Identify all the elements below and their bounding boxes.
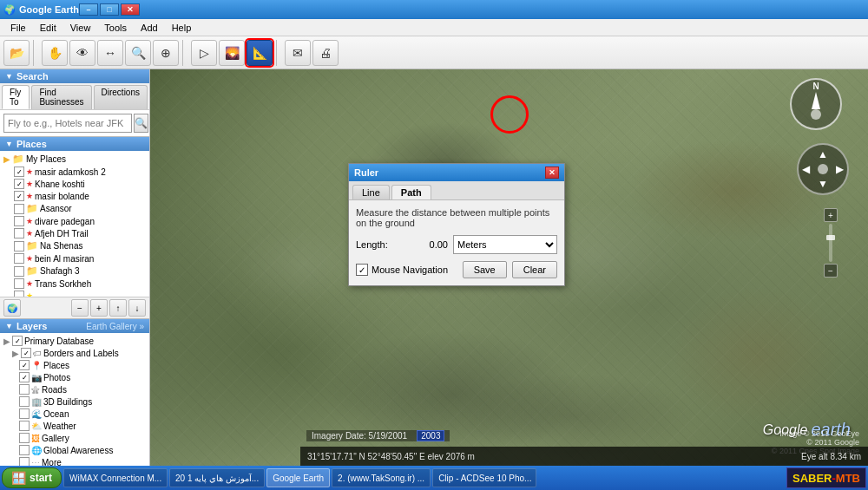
- list-item[interactable]: ★: [0, 290, 149, 297]
- taskbar-item-googleearth[interactable]: Google Earth: [266, 468, 330, 487]
- list-item[interactable]: ✓ ★ masir bolande: [0, 190, 149, 202]
- toolbar-hand-btn[interactable]: ✋: [42, 40, 68, 66]
- checkbox[interactable]: [14, 204, 24, 214]
- checkbox[interactable]: [14, 253, 24, 264]
- checkbox[interactable]: [19, 396, 30, 407]
- menu-tools[interactable]: Tools: [97, 21, 134, 35]
- list-item[interactable]: 🏢 3D Buildings: [0, 395, 149, 408]
- checkbox[interactable]: [19, 457, 30, 466]
- maximize-btn[interactable]: □: [100, 3, 119, 16]
- list-item[interactable]: ★ bein Al masiran: [0, 252, 149, 265]
- checkbox[interactable]: [19, 384, 30, 395]
- start-button[interactable]: 🪟 start: [2, 467, 62, 488]
- pan-left-btn[interactable]: ◀: [802, 163, 810, 175]
- menu-edit[interactable]: Edit: [33, 21, 63, 35]
- list-item[interactable]: ★ Trans Sorkheh: [0, 278, 149, 290]
- menu-file[interactable]: File: [3, 21, 33, 35]
- pan-ring[interactable]: ▲ ▼ ◀ ▶: [797, 143, 849, 195]
- checkbox[interactable]: ✓: [14, 179, 24, 189]
- tab-fly-to[interactable]: Fly To: [2, 85, 30, 109]
- menu-add[interactable]: Add: [134, 21, 165, 35]
- ruler-tab-line[interactable]: Line: [352, 185, 390, 199]
- taskbar-item-wimax[interactable]: WiMAX Connection M...: [63, 468, 168, 487]
- list-item[interactable]: ✓ ★ Khane koshti: [0, 178, 149, 190]
- pan-down-btn[interactable]: ▼: [818, 178, 828, 190]
- ruler-save-btn[interactable]: Save: [463, 261, 507, 278]
- list-item[interactable]: ⋯ More: [0, 456, 149, 466]
- zoom-slider[interactable]: + −: [824, 208, 838, 278]
- places-down-btn[interactable]: ↓: [128, 299, 146, 317]
- checkbox[interactable]: [14, 278, 24, 289]
- list-item[interactable]: 🌐 Global Awareness: [0, 444, 149, 456]
- toolbar-print-btn[interactable]: 🖨: [312, 40, 339, 66]
- checkbox[interactable]: [14, 241, 24, 252]
- list-item[interactable]: ⛅ Weather: [0, 420, 149, 432]
- zoom-thumb[interactable]: [826, 235, 835, 240]
- list-item[interactable]: 🛣 Roads: [0, 383, 149, 395]
- checkbox[interactable]: [14, 228, 24, 238]
- list-item[interactable]: 🖼 Gallery: [0, 432, 149, 444]
- menu-view[interactable]: View: [63, 21, 98, 35]
- places-add-btn[interactable]: +: [90, 299, 108, 317]
- checkbox[interactable]: [19, 433, 30, 443]
- places-globe-btn[interactable]: 🌍: [3, 299, 21, 317]
- list-item[interactable]: ▶ ✓ Primary Database: [0, 335, 149, 347]
- checkbox[interactable]: ✓: [14, 167, 24, 177]
- toolbar-folder-btn[interactable]: 📂: [3, 40, 30, 66]
- map-area[interactable]: N ▲ ▼ ◀ ▶ +: [150, 69, 868, 466]
- toolbar-email-btn[interactable]: ✉: [285, 40, 311, 66]
- toolbar-ruler-btn[interactable]: 📐: [247, 40, 273, 66]
- tab-directions[interactable]: Directions: [94, 85, 148, 109]
- zoom-in-btn[interactable]: +: [824, 208, 838, 222]
- list-item[interactable]: 🌊 Ocean: [0, 408, 149, 420]
- nav-controls[interactable]: ▲ ▼ ◀ ▶: [797, 143, 849, 195]
- checkbox[interactable]: ✓: [14, 191, 24, 201]
- checkbox[interactable]: [14, 216, 24, 226]
- search-input[interactable]: [3, 114, 132, 133]
- taskbar-item-tutorial[interactable]: 20 آموزش هاي پايه 1...: [169, 468, 265, 487]
- close-btn[interactable]: ✕: [121, 3, 140, 16]
- ruler-close-btn[interactable]: ✕: [545, 167, 559, 179]
- taskbar-item-acdsee[interactable]: Clip - ACDSee 10 Pho...: [432, 468, 536, 487]
- list-item[interactable]: ✓ 📷 Photos: [0, 371, 149, 383]
- toolbar-look-btn[interactable]: 👁: [69, 40, 95, 66]
- minimize-btn[interactable]: –: [79, 3, 98, 16]
- search-go-button[interactable]: 🔍: [134, 114, 148, 133]
- pan-right-btn[interactable]: ▶: [836, 163, 844, 175]
- pan-up-btn[interactable]: ▲: [818, 148, 828, 160]
- zoom-out-btn[interactable]: −: [824, 264, 838, 278]
- list-item[interactable]: ▶ 📁 My Places: [0, 153, 149, 166]
- compass-ring[interactable]: N: [790, 78, 842, 130]
- zoom-track[interactable]: [829, 224, 832, 262]
- list-item[interactable]: 📁 Na Shenas: [0, 239, 149, 252]
- places-up-btn[interactable]: ↑: [109, 299, 127, 317]
- list-item[interactable]: ▶ ✓ 🏷 Borders and Labels: [0, 347, 149, 359]
- list-item[interactable]: ★ Afjeh DH Trail: [0, 227, 149, 239]
- checkbox[interactable]: [19, 445, 30, 455]
- checkbox[interactable]: ✓: [12, 336, 23, 346]
- menu-help[interactable]: Help: [165, 21, 199, 35]
- toolbar-tour-btn[interactable]: ▷: [191, 40, 217, 66]
- toolbar-move-btn[interactable]: ↔: [97, 40, 123, 66]
- tab-find-businesses[interactable]: Find Businesses: [31, 85, 91, 109]
- taskbar-item-taksong[interactable]: 2. (www.TakSong.ir) ...: [332, 468, 431, 487]
- ruler-unit-select[interactable]: Meters Kilometers Miles Feet: [453, 235, 557, 254]
- ruler-tab-path[interactable]: Path: [391, 185, 431, 199]
- list-item[interactable]: 📁 Shafagh 3: [0, 265, 149, 278]
- earth-gallery-link[interactable]: Earth Gallery »: [86, 322, 144, 331]
- checkbox[interactable]: ✓: [19, 372, 30, 382]
- window-controls[interactable]: – □ ✕: [79, 3, 140, 16]
- mouse-nav-checkbox[interactable]: ✓: [356, 264, 368, 276]
- toolbar-zoomout-btn[interactable]: ⊕: [153, 40, 179, 66]
- checkbox[interactable]: [19, 421, 30, 431]
- places-minus-btn[interactable]: −: [71, 299, 89, 317]
- checkbox[interactable]: ✓: [19, 360, 30, 370]
- checkbox[interactable]: ✓: [21, 348, 31, 358]
- list-item[interactable]: ✓ ★ masir adamkosh 2: [0, 166, 149, 178]
- ruler-clear-btn[interactable]: Clear: [512, 261, 557, 278]
- list-item[interactable]: 📁 Asansor: [0, 202, 149, 215]
- checkbox[interactable]: [14, 291, 24, 297]
- list-item[interactable]: ✓ 📍 Places: [0, 359, 149, 371]
- checkbox[interactable]: [14, 266, 24, 277]
- toolbar-photo-btn[interactable]: 🌄: [219, 40, 245, 66]
